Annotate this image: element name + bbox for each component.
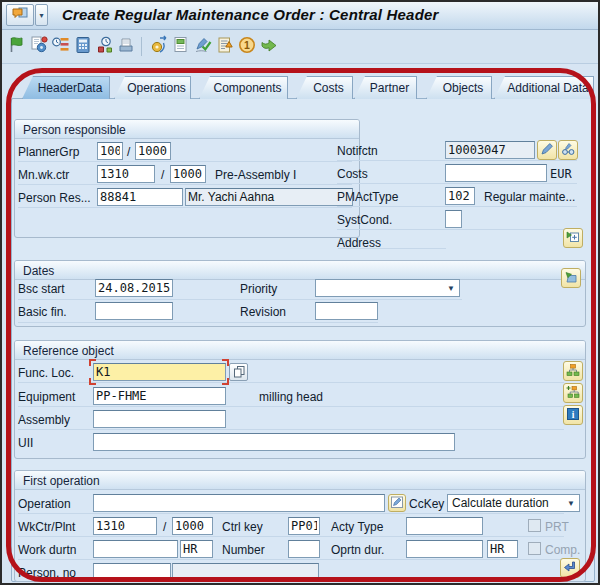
print-button[interactable]	[115, 35, 137, 57]
divider	[18, 406, 564, 407]
availability-button[interactable]	[94, 35, 116, 57]
chevron-down-icon: ▼	[443, 284, 459, 293]
work-duration-field[interactable]	[93, 540, 178, 558]
equipment-field[interactable]	[93, 387, 226, 405]
pm-activity-type-label: PMActType	[337, 190, 398, 204]
object-network-button[interactable]	[563, 383, 583, 403]
comp-checkbox[interactable]	[528, 542, 541, 555]
planner-group-label: PlannerGrp	[18, 145, 79, 159]
info-button[interactable]: i	[563, 405, 583, 425]
services-for-object-button[interactable]	[6, 4, 34, 26]
clipboard-alert-icon	[215, 35, 235, 58]
operation-unit-field[interactable]	[487, 540, 518, 558]
operation-field[interactable]	[93, 494, 385, 512]
next-screen-button[interactable]	[258, 35, 280, 57]
system-condition-field[interactable]	[445, 210, 462, 228]
tab-objects[interactable]: Objects	[426, 76, 492, 99]
functional-location-field[interactable]	[93, 363, 226, 381]
revision-field[interactable]	[315, 302, 378, 320]
pencil-icon	[540, 142, 554, 159]
assembly-field[interactable]	[93, 410, 226, 428]
divider	[337, 160, 577, 161]
operation-duration-field[interactable]	[406, 540, 483, 558]
work-duration-label: Work durtn	[18, 543, 76, 557]
tab-components[interactable]: Components	[199, 76, 288, 99]
person-responsible-label: Person Res...	[18, 191, 91, 205]
first-page-button[interactable]: 1	[236, 35, 258, 57]
basic-start-field[interactable]	[95, 279, 173, 297]
calculate-button[interactable]	[72, 35, 94, 57]
notification-field[interactable]	[445, 141, 535, 159]
comp-label: Comp.	[545, 543, 580, 557]
groupbox-title: Person responsible	[15, 120, 359, 139]
costs-label: Costs	[337, 167, 368, 181]
pen-check-icon	[193, 35, 213, 58]
chevron-down-icon: ▼	[563, 499, 579, 508]
operation-label: Operation	[18, 497, 71, 511]
circle-one-icon: 1	[237, 35, 257, 58]
prt-checkbox[interactable]	[528, 519, 541, 532]
tab-partner[interactable]: Partner	[354, 76, 417, 99]
operation-plant-field[interactable]	[172, 517, 213, 535]
scheduling-button[interactable]	[50, 35, 72, 57]
work-center-plant-field[interactable]	[170, 165, 206, 183]
date-check-button[interactable]	[561, 268, 581, 288]
activity-type-field[interactable]	[406, 517, 483, 535]
cckey-dropdown[interactable]: Calculate duration ▼	[447, 494, 580, 512]
divider	[337, 229, 577, 230]
tab-headerdata[interactable]: HeaderData	[22, 76, 110, 99]
operation-duration-label: Oprtn dur.	[331, 543, 384, 557]
costs-field[interactable]	[445, 164, 547, 182]
settings-button[interactable]	[28, 35, 50, 57]
groupbox-title: Reference object	[15, 341, 585, 360]
work-unit-field[interactable]	[180, 540, 213, 558]
planner-group-field[interactable]	[97, 142, 123, 160]
possible-entries-button[interactable]	[229, 363, 248, 381]
operation-long-text-button[interactable]	[388, 494, 406, 512]
priority-dropdown[interactable]: ▼	[315, 279, 460, 297]
planner-plant-field[interactable]	[135, 142, 171, 160]
possible-entries-icon	[232, 364, 246, 381]
notification-button[interactable]	[214, 35, 236, 57]
work-center-plant-label: WkCtr/Plnt	[18, 520, 75, 534]
display-change-icon	[561, 142, 575, 159]
calculator-icon	[73, 35, 93, 58]
divider	[18, 161, 352, 162]
gos-menu-arrow-button[interactable]: ▾	[35, 4, 48, 26]
info-icon: i	[566, 407, 580, 424]
jump-back-button[interactable]	[560, 558, 580, 578]
edit-notification-button[interactable]	[537, 140, 557, 160]
release-button[interactable]	[6, 35, 28, 57]
person-number-field[interactable]	[93, 563, 171, 581]
refresh-button[interactable]	[148, 35, 170, 57]
control-key-label: Ctrl key	[222, 520, 263, 534]
svg-text:i: i	[572, 410, 575, 420]
priority-label: Priority	[240, 282, 277, 296]
documents-button[interactable]	[170, 35, 192, 57]
clock-bag-icon	[95, 35, 115, 58]
number-field[interactable]	[288, 540, 320, 558]
complete-button[interactable]	[192, 35, 214, 57]
display-change-button[interactable]	[558, 140, 578, 160]
tab-operations[interactable]: Operations	[114, 76, 191, 99]
uii-field[interactable]	[93, 433, 455, 451]
person-responsible-field[interactable]	[97, 188, 183, 206]
main-work-center-field[interactable]	[97, 165, 155, 183]
control-key-field[interactable]	[288, 517, 320, 535]
edit-pencil-icon	[390, 495, 404, 512]
number-label: Number	[222, 543, 265, 557]
equipment-label: Equipment	[18, 390, 75, 404]
cckey-value: Calculate duration	[452, 496, 549, 510]
title-bar: ▾ Create Regular Maintenance Order : Cen…	[2, 2, 598, 30]
assembly-label: Assembly	[18, 413, 70, 427]
create-address-icon	[566, 230, 580, 247]
document-gear-icon	[29, 35, 49, 58]
create-address-button[interactable]	[563, 228, 583, 248]
basic-finish-field[interactable]	[95, 302, 173, 320]
pm-activity-type-field[interactable]	[445, 187, 475, 205]
operation-work-center-field[interactable]	[93, 517, 157, 535]
tab-additional-data[interactable]: Additional Data	[494, 76, 594, 99]
structure-list-button[interactable]	[563, 361, 583, 381]
revision-label: Revision	[240, 305, 286, 319]
tab-costs[interactable]: Costs	[296, 76, 353, 99]
